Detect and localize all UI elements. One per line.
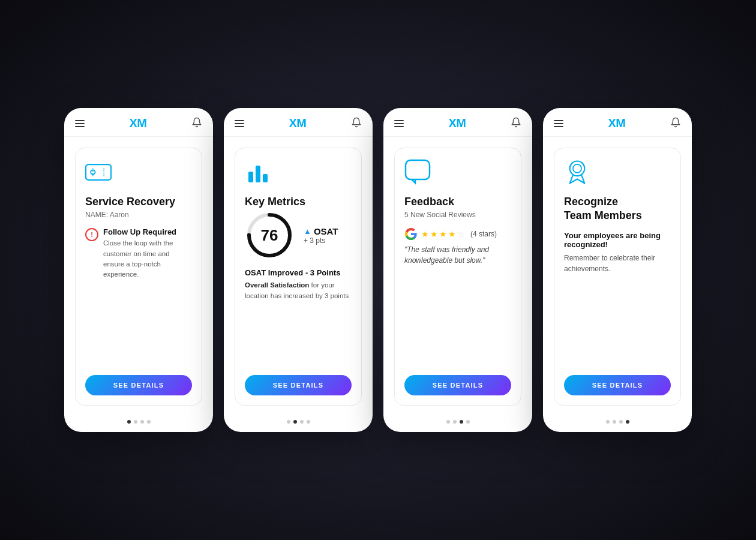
- ribbon-award-icon: [564, 159, 671, 188]
- logo-1: XM: [130, 116, 147, 130]
- dot: [453, 420, 457, 424]
- alert-title-1: Follow Up Required: [103, 227, 192, 236]
- dot: [293, 420, 297, 424]
- menu-icon-3[interactable]: [394, 120, 404, 127]
- metrics-body: Overall Satisfaction for your location h…: [245, 280, 352, 367]
- see-details-btn-3[interactable]: SEE DETAILS: [404, 375, 511, 395]
- card-key-metrics: XM Key Metrics: [224, 108, 373, 432]
- alert-body-1: Close the loop with the customer on time…: [103, 238, 192, 280]
- dot: [626, 420, 629, 424]
- dots-3: [383, 414, 532, 432]
- star-label: (4 stars): [470, 230, 497, 238]
- google-icon: [404, 227, 418, 241]
- dot: [140, 420, 144, 424]
- star-1: ★: [421, 229, 429, 239]
- dot: [613, 420, 616, 424]
- logo-2: XM: [289, 116, 307, 130]
- bell-icon-3[interactable]: [511, 117, 521, 130]
- dot: [466, 420, 470, 424]
- dot: [446, 420, 450, 424]
- cards-container: XM Service Recovery N: [34, 84, 722, 456]
- review-text: "The staff was friendly and knowledgeabl…: [404, 244, 511, 266]
- bell-icon-4[interactable]: [670, 117, 681, 130]
- menu-icon-1[interactable]: [75, 120, 85, 127]
- dot: [460, 420, 463, 424]
- gauge-container: 76 ▲ OSAT + 3 pts: [245, 211, 352, 260]
- svg-point-11: [573, 164, 581, 173]
- topbar-2: XM: [224, 108, 373, 137]
- see-details-btn-4[interactable]: SEE DETAILS: [564, 375, 671, 395]
- dot: [134, 420, 137, 424]
- svg-rect-9: [406, 160, 430, 179]
- gauge-label: OSAT: [314, 226, 338, 236]
- recognition-body: Remember to celebrate their achievements…: [564, 253, 671, 320]
- card-title-4: Recognize Team Members: [564, 195, 671, 223]
- dots-1: [64, 414, 213, 432]
- topbar-4: XM: [543, 108, 692, 137]
- topbar-3: XM: [383, 108, 532, 137]
- card-recognize-team: XM Recognize Team Members: [543, 108, 692, 432]
- card-title-3: Feedback: [404, 195, 511, 209]
- card-feedback: XM Feedback 5 New Social Reviews: [383, 108, 532, 432]
- bell-icon-2[interactable]: [351, 117, 362, 130]
- card-title-2: Key Metrics: [245, 195, 352, 209]
- svg-rect-5: [256, 166, 260, 182]
- card-subtitle-3: 5 New Social Reviews: [404, 211, 511, 219]
- star-3: ★: [439, 229, 447, 239]
- dot: [147, 420, 151, 424]
- svg-rect-0: [86, 164, 111, 180]
- stars: ★ ★ ★ ★ ☆: [421, 229, 465, 239]
- dot: [619, 420, 623, 424]
- dot: [127, 420, 131, 424]
- gauge-number: 76: [261, 227, 278, 243]
- dot: [307, 420, 310, 424]
- dots-4: [543, 414, 692, 432]
- menu-icon-2[interactable]: [235, 120, 244, 127]
- svg-rect-4: [248, 172, 253, 182]
- see-details-btn-2[interactable]: SEE DETAILS: [245, 375, 352, 395]
- logo-3: XM: [449, 116, 466, 130]
- star-4: ★: [448, 229, 456, 239]
- recognition-bold: Your employees are being recognized!: [564, 231, 671, 249]
- see-details-btn-1[interactable]: SEE DETAILS: [85, 375, 192, 395]
- svg-point-10: [570, 161, 585, 176]
- chat-bubble-icon: [404, 159, 511, 188]
- dot: [606, 420, 610, 424]
- alert-icon-1: !: [85, 228, 98, 241]
- gauge-delta: + 3 pts: [304, 236, 338, 245]
- bell-icon-1[interactable]: [191, 117, 202, 130]
- bar-chart-icon: [245, 159, 352, 188]
- card-subtitle-1: NAME: Aaron: [85, 211, 192, 219]
- star-5: ☆: [457, 229, 465, 239]
- svg-rect-6: [263, 174, 268, 182]
- dot: [287, 420, 290, 424]
- gauge-info: ▲ OSAT + 3 pts: [304, 226, 338, 245]
- review-section: ★ ★ ★ ★ ☆ (4 stars) "The staff was frien…: [404, 227, 511, 266]
- topbar-1: XM: [64, 108, 213, 137]
- dots-2: [224, 414, 373, 432]
- star-2: ★: [430, 229, 438, 239]
- dot: [300, 420, 304, 424]
- gauge-circle: 76: [245, 211, 294, 260]
- ticket-icon: [85, 159, 192, 188]
- card-title-1: Service Recovery: [85, 195, 192, 209]
- metrics-improved-title: OSAT Improved - 3 Points: [245, 268, 352, 277]
- logo-4: XM: [608, 116, 626, 130]
- card-service-recovery: XM Service Recovery N: [64, 108, 213, 432]
- menu-icon-4[interactable]: [554, 120, 563, 127]
